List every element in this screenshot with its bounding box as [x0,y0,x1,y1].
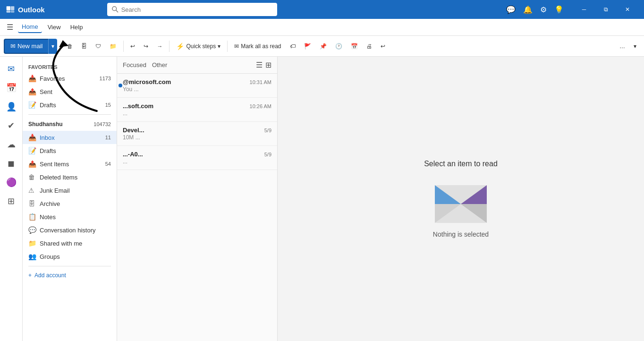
menu-help[interactable]: Help [67,22,87,33]
menu-home[interactable]: Home [18,21,42,33]
mail-item[interactable]: Devel... 5/9 10M ... [117,122,277,146]
close-button[interactable]: ✕ [617,0,638,19]
search-input[interactable] [121,6,272,13]
sidebar-icon-contacts[interactable]: 👤 [3,98,20,115]
mail-preview: You ... [123,86,271,93]
inbox-folder[interactable]: 📥 Inbox 11 [23,131,117,144]
svg-point-4 [112,7,117,11]
hamburger-menu[interactable]: ☰ [4,21,16,34]
svg-line-5 [116,10,118,12]
mail-time: 10:26 AM [250,103,271,109]
conversation-history-folder[interactable]: 💬 Conversation history [23,223,117,237]
filter-icon[interactable]: ☰ [256,60,263,69]
minimize-button[interactable]: ─ [573,0,595,19]
feedback-icon[interactable]: 💬 [506,5,516,14]
favorites-folder[interactable]: 📥 Favorites 1173 [23,72,117,85]
sidebar-icon-onedrive[interactable]: ☁ [3,136,20,153]
other-tab[interactable]: Other [152,60,168,69]
delete-button[interactable]: 🗑 [63,39,76,54]
send-other-button[interactable]: → [153,39,166,54]
reading-pane: Select an item to read Nothing is select… [278,57,644,341]
sent-items-folder[interactable]: 📤 Sent Items 54 [23,157,117,170]
toolbar: ✉ New mail ▾ 🗑 🗄 🛡 📁 ↩ ↪ → ⚡ Quick steps… [0,36,644,57]
drafts-favorite[interactable]: 📝 Drafts 15 [23,98,117,111]
bulb-icon[interactable]: 💡 [554,5,564,14]
undo-button[interactable]: ↩ [377,39,389,54]
settings-icon[interactable]: ⚙ [540,5,547,14]
mail-time: 10:31 AM [250,79,271,85]
sent-fav-icon: 📤 [28,88,36,95]
mail-sender: Devel... [123,127,144,134]
shared-icon: 📁 [28,239,36,247]
sidebar-icon-office[interactable]: ◼ [3,155,20,172]
mark-all-read-button[interactable]: ✉ Mark all as read [230,39,285,54]
unread-indicator [119,84,122,87]
mail-sender: ...-A0... [123,151,143,158]
new-mail-button[interactable]: ✉ New mail [4,39,48,54]
sidebar-icon-calendar[interactable]: 📅 [3,79,20,96]
notes-label: Notes [40,213,56,221]
archive-icon: 🗄 [28,200,36,207]
toolbar-divider-2 [123,41,124,52]
bell-icon[interactable]: 🔔 [523,5,533,14]
sidebar-icon-apps[interactable]: ⊞ [3,193,20,210]
sidebar-icon-teams[interactable]: 🟣 [3,174,20,191]
quick-steps-chevron: ▾ [218,43,220,50]
svg-rect-2 [7,11,10,13]
reply-meeting-button[interactable]: 📅 [347,39,362,54]
reply-all-button[interactable]: ↩ [127,39,139,54]
view-icon[interactable]: ⊞ [265,60,271,69]
more-toolbar-button[interactable]: … [616,39,629,54]
sidebar-icon-mail[interactable]: ✉ [3,60,20,77]
move-button[interactable]: 📁 [106,39,120,54]
inbox-label: Inbox [40,134,55,141]
search-icon [112,6,119,13]
menu-bar: ☰ Home View Help [0,19,644,36]
junk-folder[interactable]: ⚠ Junk Email [23,184,117,197]
pin-button[interactable]: 📌 [316,39,330,54]
archive-button[interactable]: 🗄 [77,39,91,54]
sidebar-icon-tasks[interactable]: ✔ [3,117,20,134]
add-account-label: Add account [34,272,66,279]
sent-favorite[interactable]: 📤 Sent [23,85,117,98]
toolbar-divider-4 [227,41,228,52]
mail-item[interactable]: ...soft.com 10:26 AM ... [117,98,277,122]
drafts-folder[interactable]: 📝 Drafts [23,144,117,157]
report-button[interactable]: 🛡 [92,39,105,54]
groups-folder[interactable]: 👥 Groups [23,250,117,263]
snooze-button[interactable]: 🕐 [331,39,346,54]
favorites-icon: 📥 [28,75,36,82]
mail-item[interactable]: @microsoft.com 10:31 AM You ... [117,74,277,98]
expand-ribbon-button[interactable]: ▾ [630,39,640,54]
mail-sender: @microsoft.com [123,78,171,85]
drafts-fav-icon: 📝 [28,101,36,109]
drafts-fav-text: Drafts [40,102,56,109]
notes-icon: 📋 [28,213,36,221]
mail-preview: 10M ... [123,134,271,141]
toolbar-divider-3 [169,41,169,52]
focused-tab[interactable]: Focused [123,60,146,69]
maximize-button[interactable]: ⧉ [595,0,617,19]
deleted-folder[interactable]: 🗑 Deleted Items [23,170,117,184]
quick-steps-button[interactable]: ⚡ Quick steps ▾ [172,41,224,52]
user-count: 104732 [93,121,111,127]
new-mail-dropdown[interactable]: ▾ [48,39,57,54]
forward-button[interactable]: ↪ [140,39,152,54]
sent-label: Sent Items [40,161,69,168]
archive-folder[interactable]: 🗄 Archive [23,197,117,210]
shared-with-me-folder[interactable]: 📁 Shared with me [23,237,117,250]
envelope-bottom-left [435,204,461,223]
titlebar-icons: 💬 🔔 ⚙ 💡 [506,5,564,14]
flag-button[interactable]: 🚩 [300,39,315,54]
drafts-fav-badge: 15 [105,102,111,108]
conversation-label: Conversation history [40,227,96,234]
menu-view[interactable]: View [44,22,65,33]
groups-label: Groups [40,253,60,260]
search-box[interactable] [107,3,277,16]
notes-folder[interactable]: 📋 Notes [23,210,117,223]
print-button[interactable]: 🖨 [363,39,376,54]
nothing-selected-text: Nothing is selected [433,230,489,238]
tag-button[interactable]: 🏷 [286,39,299,54]
mail-item[interactable]: ...-A0... 5/9 ... [117,146,277,170]
add-account-link[interactable]: + Add account [23,269,117,281]
